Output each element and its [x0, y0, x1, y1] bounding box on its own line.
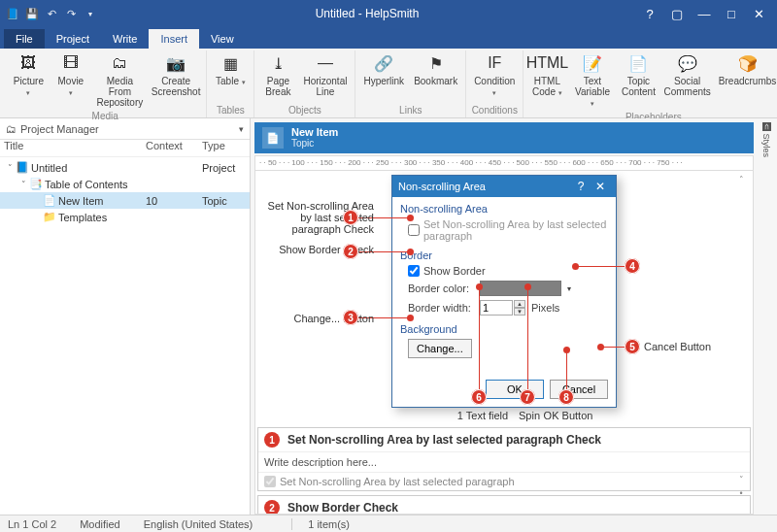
document-icon: 📄 [262, 127, 284, 149]
marker-3: 3 [343, 310, 358, 325]
desc-block-2: 2 Show Border Check Write description he… [257, 495, 751, 515]
qat-save-icon[interactable]: 💾 [25, 7, 39, 20]
desc-ctrl-check-1 [264, 476, 276, 487]
document-title: New Item [291, 126, 338, 138]
tab-write[interactable]: Write [101, 29, 149, 49]
scroll-down-icon[interactable]: ˅ [735, 475, 747, 486]
status-bar: Ln 1 Col 2 Modified English (United Stat… [0, 515, 777, 532]
pm-icon: 🗂 [6, 123, 17, 135]
marker-7: 7 [520, 389, 535, 405]
status-items: 1 item(s) [291, 518, 350, 530]
tree-row[interactable]: ˅📑Table of Contents [0, 176, 250, 192]
anno-label-6: 1 Text field [454, 410, 512, 421]
ok-button[interactable]: OK [486, 380, 544, 399]
spin-down-button[interactable]: ▼ [514, 308, 525, 316]
set-nsa-checkbox[interactable] [408, 224, 420, 236]
tab-project[interactable]: Project [45, 29, 101, 49]
ribbon-page-break[interactable]: ⤓PageBreak [258, 50, 297, 104]
social-icon: 💬 [677, 52, 698, 74]
project-manager-panel: 🗂 Project Manager ▾ Title Context Type ˅… [0, 118, 251, 515]
editor-canvas[interactable]: Set Non-scrolling Area by last selected … [254, 171, 754, 515]
tree-row[interactable]: 📄New Item10Topic [0, 192, 250, 209]
maximize-button[interactable]: □ [719, 3, 744, 24]
table-icon: ▦ [220, 52, 241, 74]
ribbon-social[interactable]: 💬SocialComments [660, 50, 714, 111]
app-icon: 📘 [6, 7, 19, 20]
text-var-icon: 📝 [582, 52, 603, 74]
status-language: English (United States) [144, 518, 253, 530]
ribbon-hline[interactable]: —HorizontalLine [299, 50, 351, 104]
styles-button[interactable]: 🅰 Styles [761, 122, 771, 157]
ribbon-screenshot[interactable]: 📷CreateScreenshot [150, 50, 203, 110]
desc-hint-1[interactable]: Write description here... [258, 452, 750, 472]
change-bg-button[interactable]: Change... [408, 339, 472, 358]
marker-2: 2 [343, 244, 358, 259]
border-color-label: Border color: [408, 283, 474, 294]
project-tree[interactable]: ˅📘UntitledProject˅📑Table of Contents📄New… [0, 157, 250, 515]
ribbon-breadcrumbs[interactable]: 🍞Breadcrumbs [716, 50, 777, 111]
movie-icon: 🎞 [60, 52, 82, 74]
show-border-label: Show Border [423, 265, 486, 277]
spin-up-button[interactable]: ▲ [514, 300, 525, 308]
status-pos: Ln 1 Col 2 [8, 518, 56, 530]
window-title: Untitled - HelpSmith [97, 7, 637, 20]
ribbon-toggle-button[interactable]: ▢ [664, 3, 690, 24]
set-nsa-check[interactable]: Set Non-scrolling Area by last selected … [408, 218, 608, 242]
ribbon-tabs: File Project Write Insert View [0, 27, 777, 49]
marker-4: 4 [625, 258, 640, 274]
editor-panel: 🅰 Styles 📄 New Item Topic · · 50 · · · 1… [251, 118, 777, 515]
ribbon: 🖼Picture ▾🎞Movie ▾🗂Media FromRepository📷… [0, 49, 777, 118]
tab-view[interactable]: View [199, 29, 246, 49]
tree-row[interactable]: ˅📘UntitledProject [0, 159, 250, 176]
desc-num-2: 2 [264, 500, 280, 515]
ribbon-table[interactable]: ▦Table ▾ [211, 50, 250, 104]
scroll-up-icon[interactable]: ˄ [735, 175, 747, 186]
quick-access-toolbar: 📘 💾 ↶ ↷ ▾ [6, 7, 97, 20]
hyperlink-icon: 🔗 [373, 52, 394, 74]
qat-redo-icon[interactable]: ↷ [64, 7, 78, 20]
marker-5: 5 [625, 339, 640, 354]
document-header: 📄 New Item Topic [254, 122, 754, 153]
pm-menu-icon[interactable]: ▾ [239, 124, 244, 134]
ribbon-picture[interactable]: 🖼Picture ▾ [8, 50, 50, 110]
ribbon-media-repo[interactable]: 🗂Media FromRepository [92, 50, 148, 110]
desc-title-2: Show Border Check [287, 501, 398, 515]
scroll-marker-icon[interactable]: • [735, 488, 747, 500]
color-dropdown-icon[interactable]: ▾ [567, 284, 571, 293]
show-border-checkbox[interactable] [408, 265, 420, 277]
minimize-button[interactable]: ― [692, 3, 717, 24]
border-width-input[interactable] [480, 300, 513, 316]
ribbon-html-code[interactable]: HTMLHTMLCode ▾ [527, 50, 566, 111]
dialog-close-button[interactable]: ✕ [591, 180, 610, 193]
screenshot-icon: 📷 [165, 52, 186, 74]
desc-title-1: Set Non-scrolling Area by last selected … [287, 433, 601, 447]
html-code-icon: HTML [536, 52, 557, 74]
col-title[interactable]: Title [0, 140, 146, 156]
col-context[interactable]: Context [146, 140, 202, 156]
topic-content-icon: 📄 [627, 52, 649, 74]
marker-1: 1 [343, 210, 358, 225]
tab-file[interactable]: File [4, 29, 45, 49]
page-break-icon: ⤓ [267, 52, 288, 74]
border-color-picker[interactable] [480, 281, 561, 296]
ribbon-group-links: Links [399, 104, 422, 117]
qat-dropdown-icon[interactable]: ▾ [84, 7, 97, 20]
breadcrumbs-icon: 🍞 [737, 52, 759, 74]
col-type[interactable]: Type [202, 140, 250, 156]
ribbon-topic-content[interactable]: 📄TopicContent [619, 50, 659, 111]
help-button[interactable]: ? [637, 3, 662, 24]
tree-row[interactable]: 📁Templates [0, 209, 250, 225]
qat-undo-icon[interactable]: ↶ [45, 7, 58, 20]
ribbon-hyperlink[interactable]: 🔗Hyperlink [359, 50, 408, 104]
ribbon-condition[interactable]: IFCondition ▾ [470, 50, 519, 104]
ribbon-movie[interactable]: 🎞Movie ▾ [51, 50, 90, 110]
tab-insert[interactable]: Insert [149, 29, 199, 49]
ribbon-bookmark[interactable]: ⚑Bookmark [410, 50, 461, 104]
border-width-label: Border width: [408, 302, 474, 314]
marker-8: 8 [558, 389, 574, 405]
ribbon-text-var[interactable]: 📝TextVariable ▾ [568, 50, 616, 111]
group-bg-label: Background [400, 323, 608, 335]
horizontal-ruler[interactable]: · · 50 · · · 100 · · · 150 · · · 200 · ·… [254, 155, 754, 171]
dialog-help-button[interactable]: ? [571, 180, 591, 193]
close-button[interactable]: ✕ [746, 3, 771, 24]
